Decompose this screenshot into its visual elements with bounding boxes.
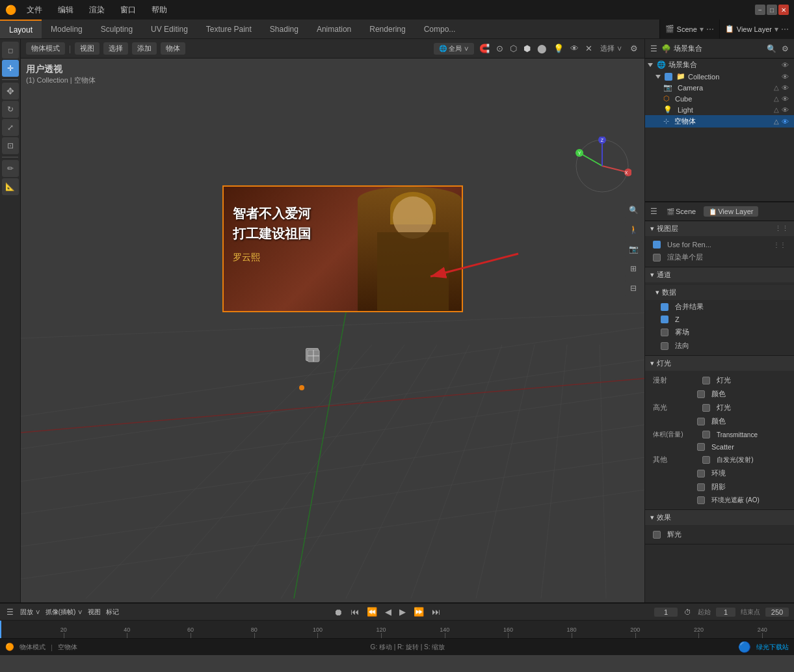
sync-mode[interactable]: 抓像(插帧) ∨ <box>46 608 83 617</box>
walk-mode-btn[interactable]: 🚶 <box>625 221 642 238</box>
step-forward-btn[interactable]: ⏩ <box>412 606 425 618</box>
tool-measure[interactable]: 📐 <box>2 178 19 195</box>
mist-checkbox[interactable] <box>661 329 668 336</box>
menu-help[interactable]: 帮助 <box>146 3 172 17</box>
props-scene-tab[interactable]: 🎬 Scene <box>661 206 701 217</box>
bloom-checkbox[interactable] <box>653 531 661 539</box>
shading-rendered[interactable]: 💡 <box>552 42 565 55</box>
proportional-edit[interactable]: ⊙ <box>495 42 505 55</box>
shading-wire[interactable]: ⬡ <box>509 42 518 55</box>
play-reverse-btn[interactable]: ◀ <box>384 606 393 618</box>
outliner-item-cube[interactable]: ⬡ Cube △ 👁 <box>645 93 794 104</box>
navigation-gizmo[interactable]: X Y Z <box>573 137 631 195</box>
frame-ruler[interactable]: 20406080100120140160180200220240 <box>0 620 794 638</box>
tab-rendering[interactable]: Rendering <box>360 20 414 38</box>
camera-view-btn[interactable]: 📷 <box>625 241 642 258</box>
passes-data-header[interactable]: ▾ 数据 <box>645 285 794 300</box>
cube-vis[interactable]: 👁 <box>782 95 789 103</box>
mode-selector[interactable]: 物体模式 <box>26 42 65 55</box>
minimize-button[interactable]: − <box>755 5 765 15</box>
scene-collection-root[interactable]: 🌐 场景集合 👁 <box>645 59 794 71</box>
tool-transform[interactable]: ⊡ <box>2 137 19 154</box>
outliner-menu-btn[interactable]: ☰ <box>649 43 659 55</box>
scene-selector[interactable]: 🎬 Scene ▾ ⋯ <box>659 20 720 38</box>
outliner-item-camera[interactable]: 📷 Camera △ 👁 <box>645 82 794 93</box>
emit-checkbox[interactable] <box>702 456 710 464</box>
playback-mode[interactable]: 固放 ∨ <box>20 608 40 617</box>
tab-animation[interactable]: Animation <box>308 20 360 38</box>
object-menu[interactable]: 物体 <box>161 42 185 55</box>
render-single-checkbox[interactable] <box>653 254 661 262</box>
camera-vis[interactable]: 👁 <box>782 84 789 92</box>
menu-file[interactable]: 文件 <box>21 3 47 17</box>
select-options[interactable]: ⚙ <box>629 42 639 55</box>
view-menu[interactable]: 视图 <box>88 608 101 617</box>
scene-collection-vis[interactable]: 👁 <box>782 61 789 69</box>
props-viewlayer-tab[interactable]: 📋 View Layer <box>704 206 758 217</box>
tab-texture-paint[interactable]: Texture Paint <box>197 20 261 38</box>
outliner-item-collection[interactable]: 📁 Collection 👁 <box>645 71 794 82</box>
outliner-item-light[interactable]: 💡 Light △ 👁 <box>645 104 794 115</box>
specular-color-checkbox[interactable] <box>697 418 705 425</box>
tool-move[interactable]: ✥ <box>2 83 19 100</box>
global-local-toggle[interactable]: 🌐 全局 ∨ <box>434 43 474 55</box>
collection-checkbox[interactable] <box>665 73 672 81</box>
tool-cursor[interactable]: ✛ <box>2 60 19 77</box>
snap-toggle[interactable]: 🧲 <box>478 42 491 55</box>
tab-sculpting[interactable]: Sculpting <box>92 20 142 38</box>
volume-transmit-checkbox[interactable] <box>702 431 710 438</box>
props-panel-menu[interactable]: ☰ <box>649 206 659 217</box>
step-back-btn[interactable]: ⏪ <box>365 606 378 618</box>
outliner-search[interactable]: 🔍 <box>765 43 778 55</box>
scatter-checkbox[interactable] <box>697 443 705 451</box>
zoom-fit-btn[interactable]: 🔍 <box>625 202 642 219</box>
use-for-render-checkbox[interactable] <box>653 241 661 249</box>
outliner-item-empty[interactable]: ⊹ 空物体 △ 👁 <box>645 115 794 128</box>
play-btn-circle[interactable]: ⏺ <box>332 606 344 619</box>
shading-material[interactable]: ⬤ <box>536 42 548 55</box>
quad-view-btn[interactable]: ⊟ <box>625 280 642 297</box>
maximize-button[interactable]: □ <box>767 5 777 15</box>
diffuse-color-checkbox[interactable] <box>697 390 705 398</box>
outliner-options[interactable]: ⚙ <box>780 43 790 55</box>
tab-uv-editing[interactable]: UV Editing <box>142 20 197 38</box>
tool-annotate[interactable]: ✏ <box>2 160 19 177</box>
start-frame-input[interactable] <box>716 608 735 617</box>
normal-checkbox[interactable] <box>661 342 668 350</box>
section-effects-header[interactable]: ▾ 效果 <box>645 510 794 525</box>
light-diffuse-checkbox[interactable] <box>702 377 710 384</box>
tool-rotate[interactable]: ↻ <box>2 101 19 118</box>
z-checkbox[interactable] <box>661 316 668 323</box>
frame-rate-btn[interactable]: ⏱ <box>683 607 693 617</box>
tab-shading[interactable]: Shading <box>261 20 308 38</box>
collection-vis[interactable]: 👁 <box>782 73 789 81</box>
light-specular-checkbox[interactable] <box>702 404 710 412</box>
shading-solid[interactable]: ⬢ <box>522 42 532 55</box>
section-view-layer-header[interactable]: ▾ 视图层 ⋮⋮ <box>645 221 794 236</box>
tool-scale[interactable]: ⤢ <box>2 119 19 136</box>
env-checkbox[interactable] <box>697 470 705 477</box>
menu-edit[interactable]: 编辑 <box>53 3 79 17</box>
section-lighting-header[interactable]: ▾ 灯光 <box>645 356 794 371</box>
empty-vis[interactable]: 👁 <box>782 118 789 126</box>
skip-end-btn[interactable]: ⏭ <box>430 606 442 618</box>
viewport-3d[interactable]: 用户透视 (1) Collection | 空物体 智者不入爱河 打工建设祖国 … <box>21 59 644 602</box>
ao-checkbox[interactable] <box>697 496 705 504</box>
combined-checkbox[interactable] <box>661 303 668 311</box>
current-frame-input[interactable] <box>654 608 678 617</box>
view-layer-selector[interactable]: 📋 View Layer ▾ ⋯ <box>720 20 794 38</box>
origin-point[interactable] <box>306 348 319 361</box>
tool-select-box[interactable]: ◻ <box>2 42 19 59</box>
tab-layout[interactable]: Layout <box>0 20 42 38</box>
tab-compositing[interactable]: Compo... <box>415 20 465 38</box>
light-vis[interactable]: 👁 <box>782 106 789 114</box>
skip-start-btn[interactable]: ⏮ <box>349 606 360 618</box>
menu-window[interactable]: 窗口 <box>115 3 141 17</box>
play-btn[interactable]: ▶ <box>398 606 407 618</box>
frame-all-btn[interactable]: ⊞ <box>625 260 642 277</box>
close-button[interactable]: ✕ <box>778 5 789 15</box>
xray-toggle[interactable]: ✕ <box>584 42 594 55</box>
section-passes-header[interactable]: ▾ 通道 <box>645 267 794 282</box>
end-frame-input[interactable] <box>765 608 789 617</box>
select-menu[interactable]: 选择 <box>103 42 128 55</box>
